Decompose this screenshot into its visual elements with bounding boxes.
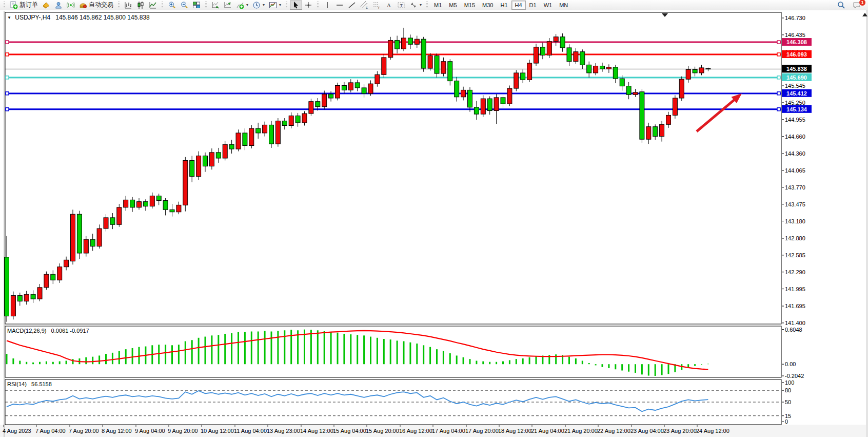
autotrading-button[interactable]: 自动交易 — [77, 1, 115, 10]
broadcast-button[interactable] — [65, 1, 77, 10]
new-order-button[interactable]: 新订单 — [8, 1, 40, 10]
chart-canvas[interactable]: 146.730146.435146.140145.845145.545145.2… — [0, 0, 868, 437]
svg-text:143.475: 143.475 — [785, 201, 805, 207]
trendline-tool-button[interactable] — [346, 1, 358, 10]
timeframe-h1[interactable]: H1 — [497, 1, 511, 10]
svg-text:7 Aug 20:00: 7 Aug 20:00 — [69, 428, 99, 434]
svg-text:A: A — [387, 2, 391, 8]
fibonacci-icon: F — [372, 1, 381, 9]
svg-text:8 Aug 12:00: 8 Aug 12:00 — [102, 428, 132, 434]
broadcast-icon — [67, 1, 75, 9]
svg-text:142.290: 142.290 — [785, 269, 805, 275]
vertical-line-icon — [323, 1, 331, 9]
timeframe-m30[interactable]: M30 — [479, 1, 497, 10]
svg-text:16 Aug 12:00: 16 Aug 12:00 — [399, 428, 432, 434]
toolbar-grip[interactable] — [317, 2, 319, 9]
autotrading-icon — [79, 1, 87, 9]
toolbar-grip[interactable] — [205, 2, 207, 9]
new-order-label: 新订单 — [19, 1, 38, 9]
chevron-down-icon: ▾ — [420, 3, 422, 7]
svg-text:24 Aug 12:00: 24 Aug 12:00 — [696, 428, 729, 434]
toolbar-grip[interactable] — [286, 2, 287, 9]
toolbar-grip[interactable] — [4, 2, 5, 9]
rsi-name: RSI(14) — [7, 381, 27, 387]
auto-scroll-icon — [211, 1, 220, 9]
periods-button[interactable]: ▾ — [250, 1, 267, 10]
timeframe-m5[interactable]: M5 — [445, 1, 460, 10]
svg-text:10 Aug 12:00: 10 Aug 12:00 — [201, 428, 234, 434]
svg-text:18 Aug 12:00: 18 Aug 12:00 — [498, 428, 531, 434]
auto-scroll-button[interactable] — [209, 1, 222, 10]
timeframe-m1[interactable]: M1 — [430, 1, 445, 10]
svg-text:144.660: 144.660 — [785, 134, 805, 140]
svg-text:T: T — [400, 3, 403, 8]
macd-values: 0.0061 -0.0917 — [51, 328, 89, 334]
search-button[interactable] — [835, 1, 847, 10]
indicators-button[interactable]: ▾ — [234, 1, 250, 10]
tile-windows-icon — [192, 1, 201, 9]
line-chart-button[interactable] — [147, 1, 159, 10]
svg-text:144.955: 144.955 — [785, 117, 805, 123]
timeframe-h4[interactable]: H4 — [511, 1, 526, 10]
arrows-tool-button[interactable]: ▾ — [407, 1, 424, 10]
profile-icon — [54, 1, 63, 9]
metaeditor-button[interactable] — [40, 1, 52, 10]
notification-badge: 1 — [859, 0, 866, 6]
svg-text:22 Aug 12:00: 22 Aug 12:00 — [597, 428, 630, 434]
svg-text:141.400: 141.400 — [785, 320, 805, 326]
vertical-line-tool-button[interactable] — [321, 1, 333, 10]
svg-text:145.134: 145.134 — [786, 106, 807, 112]
svg-text:0.00: 0.00 — [785, 361, 796, 367]
mt4-terminal: { "toolbar": { "new_order_label": "新订单",… — [0, 0, 868, 437]
toolbar-grip[interactable] — [118, 2, 120, 9]
svg-text:141.995: 141.995 — [785, 286, 805, 292]
crosshair-tool-button[interactable] — [302, 1, 314, 10]
zoom-out-button[interactable] — [178, 1, 190, 10]
fibonacci-tool-button[interactable]: F — [370, 1, 383, 10]
toolbar-grip[interactable] — [162, 2, 163, 9]
svg-text:15 Aug 04:00: 15 Aug 04:00 — [333, 428, 366, 434]
svg-text:9 Aug 20:00: 9 Aug 20:00 — [168, 428, 198, 434]
toolbar: 新订单 自动交易 ▾ ▾ — [0, 0, 868, 10]
timeframe-w1[interactable]: W1 — [540, 1, 556, 10]
timeframe-m15[interactable]: M15 — [461, 1, 479, 10]
macd-name: MACD(12,26,9) — [7, 328, 46, 334]
one-click-trading-arrow-icon[interactable]: ▼ — [7, 15, 11, 20]
svg-text:-0.2042: -0.2042 — [785, 373, 804, 379]
notifications-button[interactable]: 1 — [851, 1, 863, 10]
svg-text:145.838: 145.838 — [786, 66, 807, 72]
arrows-icon — [409, 1, 418, 9]
zoom-in-button[interactable] — [166, 1, 178, 10]
bar-chart-button[interactable] — [122, 1, 134, 10]
chevron-down-icon: ▾ — [246, 3, 248, 7]
candlestick-chart-button[interactable] — [134, 1, 147, 10]
timeframe-mn[interactable]: MN — [556, 1, 571, 10]
svg-text:50: 50 — [785, 399, 791, 405]
svg-text:142.880: 142.880 — [785, 235, 805, 241]
svg-text:146.435: 146.435 — [785, 32, 805, 38]
svg-text:11 Aug 04:00: 11 Aug 04:00 — [234, 428, 267, 434]
equidistant-channel-tool-button[interactable]: E — [358, 1, 370, 10]
chart-title: ▼ USDJPY-,H4 145.846 145.862 145.800 145… — [7, 14, 150, 21]
svg-text:4 Aug 2023: 4 Aug 2023 — [3, 428, 31, 434]
svg-text:146.730: 146.730 — [785, 15, 805, 21]
horizontal-line-tool-button[interactable] — [333, 1, 346, 10]
templates-icon — [269, 1, 277, 9]
chart-shift-button[interactable] — [222, 1, 234, 10]
toolbar-grip[interactable] — [426, 2, 428, 9]
svg-text:21 Aug 04:00: 21 Aug 04:00 — [531, 428, 564, 434]
templates-button[interactable]: ▾ — [267, 1, 283, 10]
svg-text:7 Aug 04:00: 7 Aug 04:00 — [35, 428, 66, 434]
timeframe-d1[interactable]: D1 — [526, 1, 540, 10]
label-tool-button[interactable]: T — [395, 1, 407, 10]
profile-button[interactable] — [52, 1, 65, 10]
svg-text:145.545: 145.545 — [785, 83, 805, 89]
tile-windows-button[interactable] — [190, 1, 203, 10]
chevron-down-icon: ▾ — [279, 3, 281, 7]
text-icon: A — [385, 1, 393, 9]
cursor-tool-button[interactable] — [290, 1, 302, 10]
svg-text:145.250: 145.250 — [785, 100, 805, 106]
chart-shift-icon — [224, 1, 232, 9]
text-tool-button[interactable]: A — [383, 1, 395, 10]
svg-text:142.585: 142.585 — [785, 252, 805, 258]
